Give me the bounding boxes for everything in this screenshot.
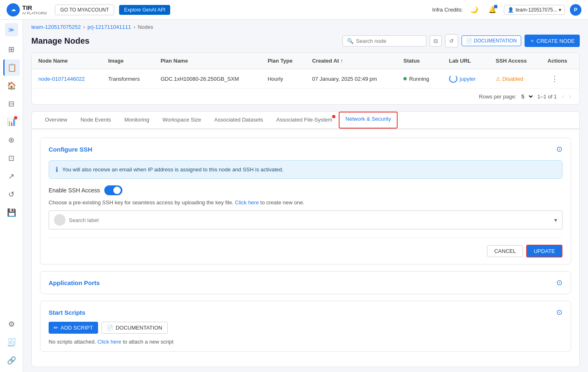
logo-text-block: TIR AI PLATFORM: [22, 4, 47, 15]
ssh-info-text: You will also receive an email when IP a…: [62, 166, 283, 173]
tab-monitoring[interactable]: Monitoring: [118, 112, 156, 129]
rows-per-page-select[interactable]: 5 10 25: [520, 93, 534, 100]
sidebar-bottom: ⚙ 🧾 🔗: [3, 316, 20, 369]
ssh-enable-row: Enable SSH Access: [49, 185, 562, 195]
cancel-button[interactable]: CANCEL: [487, 245, 523, 257]
breadcrumb-sep2: ›: [134, 24, 135, 30]
tab-associated-file-system-label: Associated File-System: [276, 117, 333, 123]
tab-overview[interactable]: Overview: [38, 112, 74, 129]
sidebar-item-grid[interactable]: ⊟: [3, 96, 20, 112]
tabs: Overview Node Events Monitoring Workspac…: [32, 112, 579, 129]
scripts-click-here-link[interactable]: Click here: [98, 339, 122, 345]
logo-icon: ☁: [7, 3, 20, 16]
breadcrumb-current: Nodes: [138, 24, 153, 30]
actions-more-button[interactable]: ⋮: [548, 73, 562, 84]
filter-button[interactable]: ⊟: [430, 35, 442, 47]
tab-workspace-size[interactable]: Workspace Size: [156, 112, 208, 129]
myaccount-button[interactable]: GO TO MYACCOUNT: [55, 5, 114, 15]
share-icon: ↗: [8, 172, 14, 181]
warn-icon: ⚠: [496, 76, 501, 82]
lab-url-label: jupyter: [460, 76, 476, 82]
configure-ssh-header: Configure SSH ⊙: [49, 145, 562, 154]
cell-node-name: node-01071446022: [32, 69, 101, 89]
start-scripts-documentation-button[interactable]: 📄 DOCUMENTATION: [101, 322, 168, 334]
logo: ☁ TIR AI PLATFORM: [7, 3, 47, 16]
search-label-avatar: [54, 214, 66, 226]
sidebar-item-share[interactable]: ↗: [3, 168, 20, 185]
doc-icon: 📄: [466, 38, 472, 44]
tab-node-events[interactable]: Node Events: [74, 112, 117, 129]
sidebar-item-home[interactable]: 🏠: [3, 77, 20, 94]
info-icon: ℹ: [56, 166, 58, 173]
cell-image: Transformers: [101, 69, 154, 89]
form-actions: CANCEL UPDATE: [49, 238, 562, 257]
search-label-input[interactable]: [69, 217, 551, 223]
status-label: Running: [409, 76, 429, 82]
col-image: Image: [101, 53, 154, 69]
sidebar-item-refresh[interactable]: ↺: [3, 186, 20, 203]
start-scripts-title[interactable]: Start Scripts: [49, 309, 85, 316]
sidebar-item-topology[interactable]: ⊛: [3, 132, 20, 148]
user-menu-button[interactable]: 👤 team-120517075... ▾: [504, 5, 565, 15]
node-name-link[interactable]: node-01071446022: [38, 76, 85, 82]
tab-network-security[interactable]: Network & Security: [339, 112, 398, 129]
user-icon: 👤: [508, 7, 514, 13]
sidebar-item-integrations[interactable]: 🔗: [3, 352, 20, 369]
sidebar-item-storage[interactable]: 💾: [3, 204, 20, 221]
application-ports-expand-icon[interactable]: ⊙: [556, 278, 562, 287]
pencil-icon: ✏: [54, 325, 58, 331]
tab-workspace-size-label: Workspace Size: [162, 117, 201, 123]
search-box: 🔍: [342, 35, 426, 47]
start-scripts-header: Start Scripts ⊙: [49, 308, 562, 317]
theme-toggle-button[interactable]: 🌙: [468, 3, 481, 16]
ssh-toggle[interactable]: [104, 185, 122, 195]
infra-credits-label: Infra Credits:: [432, 7, 463, 13]
registry-icon: ⊡: [8, 154, 14, 163]
next-page-button[interactable]: ›: [567, 92, 573, 101]
search-input[interactable]: [356, 38, 422, 44]
breadcrumb-project[interactable]: prj-121711041111: [87, 24, 131, 30]
start-scripts-expand-icon[interactable]: ⊙: [556, 308, 562, 317]
update-button[interactable]: UPDATE: [526, 245, 562, 257]
col-node-name: Node Name: [32, 53, 101, 69]
pagination: Rows per page: 5 10 25 1–1 of 1 ‹ ›: [32, 89, 579, 104]
ssh-click-here-link[interactable]: Click here: [235, 199, 259, 206]
create-node-button[interactable]: ＋ CREATE NODE: [525, 35, 580, 47]
search-icon: 🔍: [347, 38, 354, 44]
sidebar-item-nodes[interactable]: 📋: [3, 59, 20, 76]
prev-page-button[interactable]: ‹: [560, 92, 565, 101]
sidebar-item-monitor[interactable]: 📊: [3, 114, 20, 130]
tab-associated-file-system[interactable]: Associated File-System: [270, 112, 339, 129]
start-scripts-doc-label: DOCUMENTATION: [116, 325, 162, 331]
application-ports-title[interactable]: Application Ports: [49, 279, 100, 286]
tab-associated-datasets-label: Associated Datasets: [214, 117, 263, 123]
logo-subtitle: AI PLATFORM: [22, 11, 47, 15]
tab-associated-datasets[interactable]: Associated Datasets: [208, 112, 270, 129]
sidebar-item-dashboard[interactable]: ⊞: [3, 41, 20, 58]
sidebar-item-billing[interactable]: 🧾: [3, 334, 20, 351]
page-info: 1–1 of 1: [537, 94, 557, 100]
refresh-button[interactable]: ↺: [445, 34, 458, 47]
lab-url-link[interactable]: jupyter: [449, 75, 483, 83]
add-script-button[interactable]: ✏ ADD SCRIPT: [49, 322, 98, 334]
tab-monitoring-label: Monitoring: [124, 117, 150, 123]
sidebar-toggle-button[interactable]: ≫: [5, 23, 18, 36]
col-created-at[interactable]: Created At ↑: [306, 53, 397, 69]
start-scripts-actions: ✏ ADD SCRIPT 📄 DOCUMENTATION: [49, 322, 562, 334]
sidebar: ≫ ⊞ 📋 🏠 ⊟ 📊 ⊛ ⊡ ↗ ↺ 💾: [0, 20, 23, 372]
documentation-button[interactable]: 📄 DOCUMENTATION: [461, 35, 521, 46]
breadcrumb-team[interactable]: team-120517075252: [31, 24, 81, 30]
configure-ssh-title[interactable]: Configure SSH: [49, 146, 92, 153]
no-scripts-text: No scripts attached. Click here to attac…: [49, 339, 562, 345]
col-status: Status: [397, 53, 442, 69]
sidebar-item-settings[interactable]: ⚙: [3, 316, 20, 332]
genai-button[interactable]: Explore GenAI API: [119, 5, 170, 15]
tab-overview-label: Overview: [45, 117, 67, 123]
nodes-icon: 📋: [7, 63, 16, 72]
notifications-button[interactable]: 🔔: [486, 3, 499, 16]
sidebar-item-registry[interactable]: ⊡: [3, 150, 20, 166]
configure-ssh-expand-icon[interactable]: ⊙: [556, 145, 562, 154]
dashboard-icon: ⊞: [8, 45, 14, 54]
nodes-table-container: Node Name Image Plan Name Plan Type Crea…: [31, 52, 580, 105]
doc-label: DOCUMENTATION: [474, 38, 517, 44]
